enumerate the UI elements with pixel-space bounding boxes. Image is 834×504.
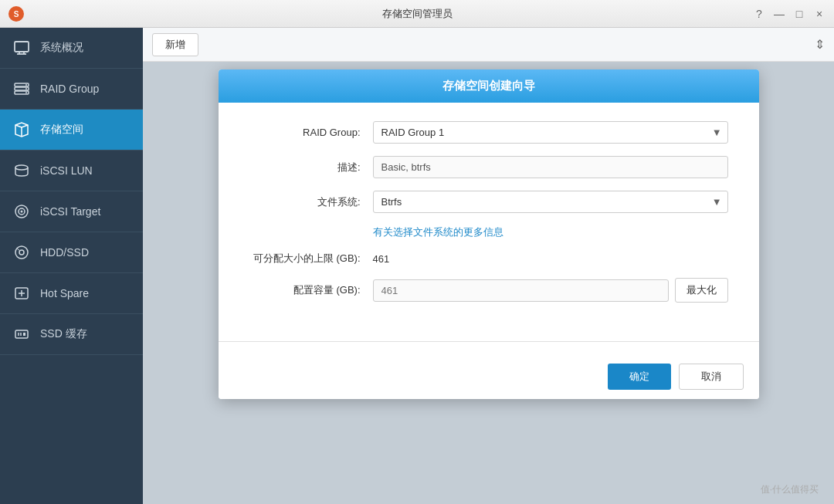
config-size-label: 配置容量 (GB): — [249, 283, 373, 297]
ssdcache-icon — [12, 325, 31, 343]
sidebar: 系统概况 RAID Group — [0, 28, 143, 504]
sidebar-label-ssd-cache: SSD 缓存 — [40, 327, 87, 341]
svg-point-18 — [19, 250, 24, 255]
raid-group-select-wrapper: RAID Group 1 ▼ — [373, 121, 728, 144]
config-size-control: 最大化 — [373, 278, 728, 303]
config-size-input-group: 最大化 — [373, 278, 728, 303]
sidebar-item-storage-space[interactable]: 存储空间 — [0, 110, 143, 151]
dialog-footer: 确定 取消 — [219, 354, 759, 399]
titlebar: S 存储空间管理员 ? — □ × — [0, 0, 834, 28]
window-controls: ? — □ × — [752, 7, 826, 21]
sort-icon[interactable]: ⇕ — [815, 38, 825, 51]
filesystem-select[interactable]: Btrfs — [373, 191, 728, 213]
max-size-value: 461 — [373, 249, 390, 269]
toolbar-right: ⇕ — [815, 37, 825, 52]
sidebar-label-raid-group: RAID Group — [40, 83, 99, 95]
max-size-value-container: 461 — [373, 253, 728, 265]
new-button[interactable]: 新增 — [152, 33, 198, 56]
svg-point-10 — [25, 88, 27, 90]
content-body: 存储空间创建向导 RAID Group: RAID Group 1 — [143, 62, 834, 504]
window-title: 存储空间管理员 — [382, 7, 453, 21]
content-area: 新增 ⇕ 存储空间创建向导 RAID Group: — [143, 28, 834, 504]
maximize-button[interactable]: 最大化 — [675, 278, 728, 303]
form-row-config-size: 配置容量 (GB): 最大化 — [249, 278, 728, 303]
raid-group-label: RAID Group: — [249, 127, 373, 138]
svg-point-13 — [15, 165, 28, 170]
sidebar-label-storage-space: 存储空间 — [40, 123, 83, 137]
disk-icon — [12, 243, 31, 262]
raid-icon — [12, 79, 31, 98]
filesystem-select-wrapper: Btrfs ▼ — [373, 191, 728, 213]
dialog-body: RAID Group: RAID Group 1 ▼ — [219, 103, 759, 333]
filesystem-control: Btrfs ▼ — [373, 191, 728, 213]
dialog-header: 存储空间创建向导 — [219, 69, 759, 103]
raid-group-select[interactable]: RAID Group 1 — [373, 121, 728, 144]
svg-point-16 — [21, 211, 23, 213]
sidebar-label-iscsi-lun: iSCSI LUN — [40, 164, 93, 177]
config-size-input[interactable] — [373, 279, 669, 302]
confirm-button[interactable]: 确定 — [608, 364, 671, 390]
svg-point-17 — [15, 246, 28, 259]
svg-rect-2 — [15, 42, 29, 52]
sidebar-item-raid-group[interactable]: RAID Group — [0, 69, 143, 110]
hotspare-icon — [12, 284, 31, 303]
sidebar-item-ssd-cache[interactable]: SSD 缓存 — [0, 314, 143, 355]
modal-overlay: 存储空间创建向导 RAID Group: RAID Group 1 — [143, 62, 834, 504]
sidebar-label-hdd-ssd: HDD/SSD — [40, 246, 89, 259]
dialog-title: 存储空间创建向导 — [442, 79, 535, 92]
lun-icon — [12, 161, 31, 180]
sidebar-item-iscsi-lun[interactable]: iSCSI LUN — [0, 151, 143, 191]
minimize-button[interactable]: — — [772, 7, 786, 21]
svg-rect-26 — [23, 333, 25, 336]
filesystem-label: 文件系统: — [249, 195, 373, 209]
watermark: 值·什么值得买 — [761, 483, 819, 496]
description-label: 描述: — [249, 161, 373, 174]
sidebar-item-iscsi-target[interactable]: iSCSI Target — [0, 191, 143, 232]
sidebar-item-hot-spare[interactable]: Hot Spare — [0, 273, 143, 314]
close-button[interactable]: × — [812, 7, 826, 21]
cancel-button[interactable]: 取消 — [679, 364, 744, 390]
maximize-button[interactable]: □ — [792, 7, 806, 21]
svg-text:S: S — [14, 10, 19, 19]
dialog: 存储空间创建向导 RAID Group: RAID Group 1 — [219, 69, 759, 399]
svg-point-11 — [25, 92, 27, 93]
help-button[interactable]: ? — [752, 7, 766, 21]
max-size-label: 可分配大小的上限 (GB): — [249, 252, 373, 266]
dialog-divider — [219, 341, 759, 342]
form-row-raid-group: RAID Group: RAID Group 1 ▼ — [249, 121, 728, 144]
main-layout: 系统概况 RAID Group — [0, 28, 834, 504]
svg-line-19 — [17, 249, 20, 251]
target-icon — [12, 202, 31, 221]
form-row-filesystem: 文件系统: Btrfs ▼ — [249, 191, 728, 213]
app-icon: S — [8, 5, 25, 22]
description-control — [373, 156, 728, 178]
monitor-icon — [12, 39, 31, 57]
storage-icon — [12, 120, 31, 139]
sidebar-label-hot-spare: Hot Spare — [40, 287, 89, 299]
sidebar-item-hdd-ssd[interactable]: HDD/SSD — [0, 232, 143, 273]
svg-rect-23 — [15, 330, 28, 338]
raid-group-control: RAID Group 1 ▼ — [373, 121, 728, 144]
form-row-max-size: 可分配大小的上限 (GB): 461 — [249, 252, 728, 266]
filesystem-info-link[interactable]: 有关选择文件系统的更多信息 — [373, 225, 728, 239]
sidebar-item-system-overview[interactable]: 系统概况 — [0, 28, 143, 69]
sidebar-label-iscsi-target: iSCSI Target — [40, 205, 100, 218]
form-row-description: 描述: — [249, 156, 728, 178]
sidebar-label-system-overview: 系统概况 — [40, 41, 83, 55]
description-input[interactable] — [373, 156, 728, 178]
svg-point-9 — [25, 84, 27, 86]
toolbar: 新增 ⇕ — [143, 28, 834, 62]
